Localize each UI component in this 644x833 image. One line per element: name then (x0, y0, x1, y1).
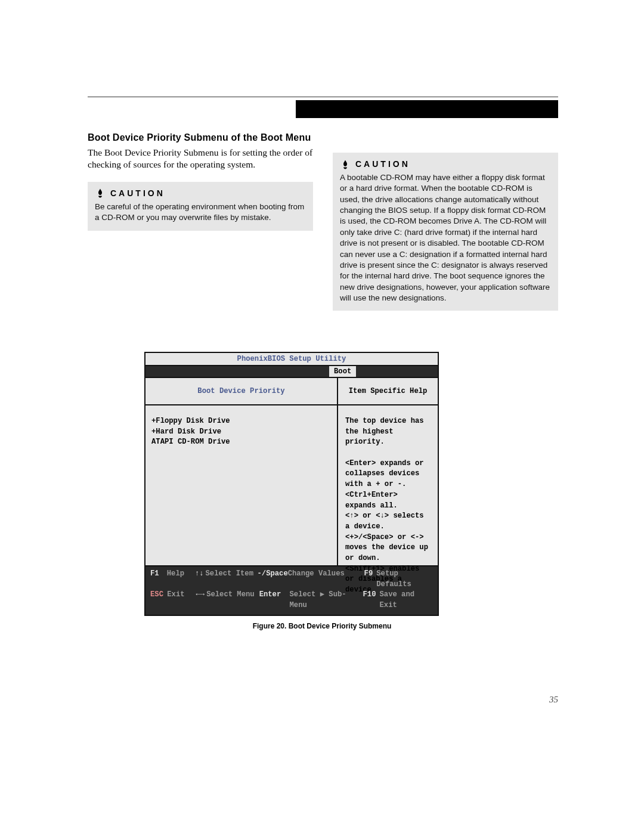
list-item: +Hard Disk Drive (151, 427, 337, 438)
bios-help-text: The top device has the highest priority.… (338, 405, 438, 565)
caution-label: CAUTION (110, 188, 165, 199)
bios-left-heading: Boot Device Priority (145, 378, 337, 405)
figure-caption: Figure 20. Boot Device Priority Submenu (0, 622, 644, 630)
body-columns: Boot Device Priority Submenu of the Boot… (88, 132, 558, 311)
bios-left-pane: Boot Device Priority +Floppy Disk Drive … (145, 378, 338, 565)
left-column: Boot Device Priority Submenu of the Boot… (88, 132, 313, 311)
footer-key: ↑↓ (193, 569, 205, 590)
bios-device-list: +Floppy Disk Drive +Hard Disk Drive ATAP… (145, 405, 337, 565)
footer-key: Enter (259, 590, 290, 611)
caution-box-left: CAUTION Be careful of the operating envi… (88, 182, 313, 231)
footer-label: Select Menu (206, 590, 259, 611)
footer-label: Exit (167, 590, 194, 611)
caution-label: CAUTION (355, 159, 410, 170)
intro-paragraph: The Boot Device Priority Submenu is for … (88, 147, 313, 171)
caution-icon (95, 188, 106, 199)
footer-label: Help (167, 569, 193, 590)
footer-label: Save and Exit (380, 590, 434, 611)
caution-text: Be careful of the operating environment … (95, 202, 306, 224)
footer-key: -/Space (258, 569, 288, 590)
bios-title: PhoenixBIOS Setup Utility (145, 353, 438, 366)
page-number: 35 (0, 695, 558, 705)
caution-heading: CAUTION (340, 159, 551, 170)
footer-key: F1 (150, 569, 167, 590)
bios-footer: F1 Help ↑↓ Select Item -/Space Change Va… (145, 565, 438, 615)
bios-tab-boot: Boot (329, 366, 356, 377)
footer-key: ESC (150, 590, 167, 611)
caution-icon (340, 159, 351, 170)
header-rule (88, 97, 558, 97)
list-item: +Floppy Disk Drive (151, 416, 337, 427)
footer-label: Change Values (288, 569, 357, 590)
bios-window: PhoenixBIOS Setup Utility Boot Boot Devi… (144, 352, 439, 616)
footer-key: F10 (359, 590, 379, 611)
right-column: CAUTION A bootable CD-ROM may have eithe… (333, 132, 558, 311)
bios-tab-row: Boot (145, 366, 438, 378)
bios-footer-row-2: ESC Exit ←→ Select Menu Enter Select ▶ S… (150, 590, 433, 611)
page: Boot Device Priority Submenu of the Boot… (0, 0, 644, 833)
bios-footer-row-1: F1 Help ↑↓ Select Item -/Space Change Va… (150, 569, 433, 590)
footer-label: Select ▶ Sub-Menu (290, 590, 360, 611)
bios-right-heading: Item Specific Help (338, 378, 438, 405)
footer-label: Setup Defaults (376, 569, 433, 590)
footer-key: ←→ (194, 590, 206, 611)
caution-text: A bootable CD-ROM may have either a flop… (340, 172, 551, 304)
header-black-bar (296, 100, 558, 118)
footer-key: F9 (356, 569, 376, 590)
caution-box-right: CAUTION A bootable CD-ROM may have eithe… (333, 153, 558, 311)
caution-heading: CAUTION (95, 188, 306, 199)
footer-label: Select Item (206, 569, 258, 590)
bios-body: Boot Device Priority +Floppy Disk Drive … (145, 378, 438, 565)
list-item: ATAPI CD-ROM Drive (151, 437, 337, 448)
bios-right-pane: Item Specific Help The top device has th… (338, 378, 438, 565)
section-title: Boot Device Priority Submenu of the Boot… (88, 132, 313, 143)
